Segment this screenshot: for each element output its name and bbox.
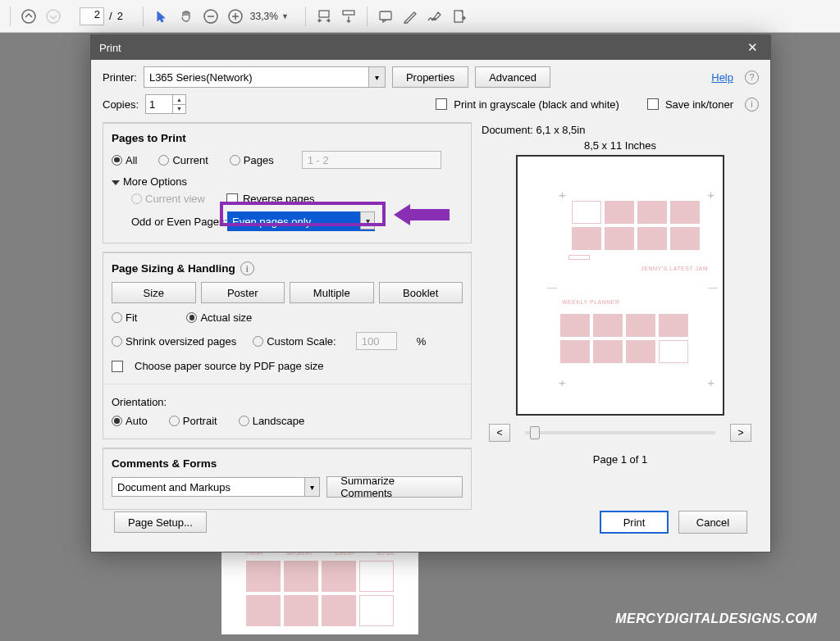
current-radio[interactable] (158, 155, 169, 166)
watermark: MERCYDIGITALDESIGNS.COM (615, 611, 817, 626)
fit-height-icon[interactable] (339, 7, 358, 26)
current-page-input[interactable]: 2 (80, 7, 104, 25)
odd-even-label: Odd or Even Pages: (131, 216, 227, 228)
landscape-radio[interactable] (239, 416, 249, 426)
close-icon[interactable]: ✕ (742, 40, 762, 55)
print-dialog: Print ✕ Printer: L365 Series(Network) ▾ … (90, 34, 771, 552)
collapse-icon[interactable] (112, 180, 120, 185)
custom-scale-input[interactable]: 100 (356, 332, 397, 350)
pages-title: Pages to Print (112, 132, 463, 144)
help-info-icon[interactable]: ? (745, 70, 759, 84)
comment-icon[interactable] (376, 7, 395, 26)
booklet-button[interactable]: Booklet (379, 282, 463, 303)
preview-page-label: Page 1 of 1 (593, 453, 648, 466)
svg-rect-9 (380, 11, 391, 20)
selection-tool-icon[interactable] (152, 7, 171, 26)
document-size-label: Document: 6,1 x 8,5in (482, 124, 585, 136)
zoom-in-icon[interactable] (226, 7, 245, 26)
preview-image: + + + + JENNY'S LATEST JAM WEEKLY PLANNE… (516, 155, 724, 416)
dialog-title: Print (99, 42, 742, 54)
hand-tool-icon[interactable] (176, 7, 196, 26)
comments-panel: Comments & Forms Document and Markups ▾ … (103, 448, 472, 510)
poster-button[interactable]: Poster (201, 282, 285, 303)
svg-point-0 (22, 10, 35, 23)
multiple-button[interactable]: Multiple (290, 282, 374, 303)
preview-prev-button[interactable]: < (489, 424, 510, 442)
total-pages: 2 (117, 10, 123, 22)
grayscale-label: Print in grayscale (black and white) (454, 98, 619, 111)
page-sep: / (109, 10, 112, 22)
comments-select[interactable]: Document and Markups ▾ (112, 477, 320, 497)
zoom-dropdown[interactable]: 33,3%▼ (250, 11, 289, 22)
chevron-down-icon: ▾ (368, 67, 385, 87)
pages-to-print-panel: Pages to Print All Current Pages 1 - 2 M… (103, 122, 472, 243)
orientation-label: Orientation: (112, 396, 463, 408)
arrow-annotation (394, 204, 450, 225)
pages-range-input[interactable]: 1 - 2 (302, 151, 441, 169)
cancel-button[interactable]: Cancel (678, 511, 747, 534)
preview-slider[interactable] (525, 431, 715, 434)
odd-even-select[interactable]: Even pages only ▾ (227, 211, 375, 231)
summarize-button[interactable]: Summarize Comments (326, 476, 463, 498)
svg-rect-8 (343, 11, 354, 15)
spin-up-icon[interactable]: ▲ (172, 95, 185, 105)
chevron-down-icon: ▾ (360, 211, 375, 230)
paper-size-label: 8,5 x 11 Inches (584, 139, 656, 152)
dialog-titlebar: Print ✕ (91, 35, 770, 60)
svg-rect-7 (319, 11, 329, 17)
svg-point-1 (47, 10, 60, 23)
choose-source-label: Choose paper source by PDF page size (135, 360, 324, 372)
fit-width-icon[interactable] (314, 7, 334, 26)
page-sizing-panel: Page Sizing & Handlingi Size Poster Mult… (103, 252, 472, 439)
copies-input[interactable]: 1 ▲▼ (145, 94, 186, 114)
all-radio[interactable] (112, 155, 122, 166)
chevron-down-icon: ▾ (304, 478, 319, 496)
current-view-radio (131, 193, 142, 204)
portrait-radio[interactable] (169, 416, 180, 426)
actual-radio[interactable] (186, 312, 197, 323)
choose-source-checkbox[interactable] (112, 361, 123, 372)
page-setup-button[interactable]: Page Setup... (114, 511, 207, 533)
fit-radio[interactable] (112, 312, 122, 323)
page-down-icon (43, 7, 63, 26)
shrink-radio[interactable] (112, 336, 122, 347)
zoom-out-icon[interactable] (201, 7, 221, 26)
sizing-info-icon[interactable]: i (240, 261, 254, 275)
printer-select[interactable]: L365 Series(Network) ▾ (144, 66, 386, 88)
page-up-icon[interactable] (19, 7, 39, 26)
svg-rect-10 (454, 11, 463, 22)
spin-down-icon[interactable]: ▼ (172, 105, 185, 114)
saveink-checkbox[interactable] (647, 98, 659, 110)
printer-label: Printer: (103, 71, 137, 84)
saveink-label: Save ink/toner (665, 98, 733, 111)
custom-radio[interactable] (253, 336, 263, 347)
auto-radio[interactable] (112, 416, 122, 426)
preview-next-button[interactable]: > (730, 424, 751, 442)
pages-radio[interactable] (230, 155, 240, 166)
print-button[interactable]: Print (600, 511, 669, 534)
app-toolbar: 2 / 2 33,3%▼ (0, 0, 840, 33)
copies-label: Copies: (103, 98, 139, 111)
sign-icon[interactable] (425, 7, 445, 26)
advanced-button[interactable]: Advanced (475, 66, 550, 88)
more-options-toggle[interactable]: More Options (123, 175, 187, 188)
saveink-info-icon[interactable]: i (745, 98, 759, 111)
highlight-icon[interactable] (400, 7, 420, 26)
reverse-checkbox[interactable] (226, 193, 238, 205)
grayscale-checkbox[interactable] (436, 98, 447, 110)
help-link[interactable]: Help (711, 71, 733, 84)
size-button[interactable]: Size (112, 282, 196, 303)
preview-panel: Document: 6,1 x 8,5in 8,5 x 11 Inches + … (482, 122, 759, 510)
properties-button[interactable]: Properties (392, 66, 468, 88)
document-tool-icon[interactable] (450, 7, 469, 26)
